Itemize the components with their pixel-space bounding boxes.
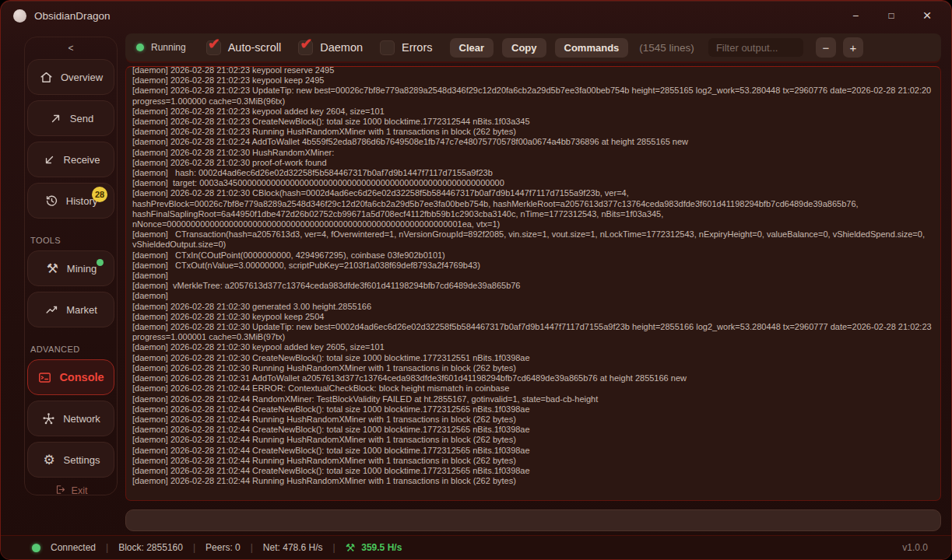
log-line: [daemon] 2026-02-28 21:02:44 Running Hus… bbox=[132, 456, 934, 466]
log-line: [daemon] 2026-02-28 21:02:44 CreateNewBl… bbox=[132, 425, 934, 435]
app-window: ObsidianDragon − □ × < OverviewSendRecei… bbox=[0, 0, 952, 560]
log-line: [daemon] target: 0003a345000000000000000… bbox=[132, 178, 934, 188]
peers-count: Peers: 0 bbox=[206, 542, 241, 553]
font-decrease-button[interactable]: − bbox=[816, 37, 836, 58]
sidebar-item-receive[interactable]: Receive bbox=[27, 142, 114, 177]
log-line: [daemon] 2026-02-28 21:02:30 keypool add… bbox=[132, 342, 934, 352]
daemon-checkbox[interactable]: ✔Daemon bbox=[298, 40, 363, 55]
exit-icon bbox=[54, 484, 66, 498]
log-line: [daemon] 2026-02-28 21:02:23 keypool res… bbox=[132, 66, 934, 75]
sidebar-item-history[interactable]: History28 bbox=[27, 183, 114, 219]
font-increase-button[interactable]: + bbox=[843, 37, 863, 58]
sidebar-item-mining[interactable]: ⚒Mining bbox=[27, 250, 114, 286]
checkbox-box: ✔ bbox=[206, 40, 221, 55]
console-panel: Running ✔Auto-scroll✔DaemonErrors ClearC… bbox=[125, 1, 941, 559]
log-line: [daemon] 2026-02-28 21:02:44 RandomXMine… bbox=[132, 394, 934, 404]
checkmark-icon: ✔ bbox=[300, 35, 312, 53]
connected-status-dot bbox=[32, 544, 40, 552]
sidebar-item-label: Network bbox=[63, 413, 100, 425]
receive-icon bbox=[42, 152, 57, 167]
market-icon bbox=[44, 303, 59, 317]
log-line: [daemon] 2026-02-28 21:02:30 generated 3… bbox=[132, 302, 934, 312]
log-line: [daemon] 2026-02-28 21:02:23 UpdateTip: … bbox=[132, 86, 934, 106]
commands-button[interactable]: Commands bbox=[555, 38, 629, 58]
sidebar-item-send[interactable]: Send bbox=[27, 100, 114, 136]
log-line: [daemon] CTransaction(hash=a2057613d3, v… bbox=[132, 229, 934, 250]
command-input[interactable] bbox=[125, 509, 941, 531]
network-icon bbox=[41, 411, 56, 426]
filter-input[interactable] bbox=[708, 38, 803, 57]
log-line: [daemon] 2026-02-28 21:02:44 Running Hus… bbox=[132, 476, 934, 486]
log-line: [daemon] CTxOut(nValue=3.00000000, scrip… bbox=[132, 261, 934, 271]
app-logo-icon bbox=[13, 9, 26, 23]
log-line: [daemon] 2026-02-28 21:02:30 keypool kee… bbox=[132, 312, 934, 322]
console-output[interactable]: [daemon] 2026-02-28 21:02:23 keypool res… bbox=[125, 66, 941, 501]
console-icon bbox=[37, 370, 52, 385]
log-line: [daemon] 2026-02-28 21:02:44 CreateNewBl… bbox=[132, 404, 934, 415]
checkbox-label: Daemon bbox=[320, 41, 363, 54]
log-line: [daemon] 2026-02-28 21:02:23 keypool kee… bbox=[132, 75, 934, 86]
mining-active-dot bbox=[97, 259, 104, 266]
statusbar: Connected | Block: 2855160 | Peers: 0 | … bbox=[1, 535, 951, 559]
toolbar-buttons: ClearCopyCommands bbox=[450, 38, 629, 58]
log-line: [daemon] 2026-02-28 21:02:44 CreateNewBl… bbox=[132, 466, 934, 476]
log-line: [daemon] 2026-02-28 21:02:23 keypool add… bbox=[132, 107, 934, 117]
block-height: Block: 2855160 bbox=[118, 542, 183, 553]
sidebar-item-console[interactable]: Console bbox=[27, 359, 114, 395]
sidebar-item-label: Console bbox=[59, 371, 104, 383]
daemon-status-label: Running bbox=[151, 42, 186, 53]
separator: | bbox=[333, 542, 335, 553]
app-title: ObsidianDragon bbox=[34, 10, 111, 22]
log-line: [daemon] 2026-02-28 21:02:30 UpdateTip: … bbox=[132, 322, 934, 342]
sidebar-item-label: Mining bbox=[67, 263, 97, 275]
log-line: [daemon] 2026-02-28 21:02:30 HushRandomX… bbox=[132, 148, 934, 158]
home-icon bbox=[39, 70, 54, 85]
auto-scroll-checkbox[interactable]: ✔Auto-scroll bbox=[206, 40, 282, 55]
sidebar-collapse-button[interactable]: < bbox=[60, 42, 81, 54]
log-line: [daemon] 2026-02-28 21:02:30 CBlock(hash… bbox=[132, 188, 934, 229]
copy-button[interactable]: Copy bbox=[502, 38, 546, 58]
log-line: [daemon] 2026-02-28 21:02:44 Running Hus… bbox=[132, 435, 934, 445]
section-label: TOOLS bbox=[30, 236, 61, 245]
checkbox-box: ✔ bbox=[298, 40, 313, 55]
log-line: [daemon] 2026-02-28 21:02:23 CreateNewBl… bbox=[132, 117, 934, 127]
checkmark-icon: ✔ bbox=[208, 35, 220, 53]
log-line: [daemon] bbox=[132, 291, 934, 301]
console-toolbar: Running ✔Auto-scroll✔DaemonErrors ClearC… bbox=[125, 33, 941, 61]
clear-button[interactable]: Clear bbox=[450, 38, 494, 58]
settings-icon: ⚙ bbox=[42, 453, 57, 467]
sidebar-item-label: Overview bbox=[61, 72, 103, 83]
sidebar-item-overview[interactable]: Overview bbox=[27, 59, 114, 95]
app-version: v1.0.0 bbox=[902, 542, 928, 553]
errors-checkbox[interactable]: Errors bbox=[380, 40, 432, 55]
log-line: [daemon] 2026-02-28 21:02:44 CreateNewBl… bbox=[132, 446, 934, 456]
checkbox-box bbox=[380, 40, 395, 55]
separator: | bbox=[106, 542, 108, 553]
sidebar: < OverviewSendReceiveHistory28TOOLS⚒Mini… bbox=[24, 37, 118, 495]
log-line: [daemon] 2026-02-28 21:02:24 AddToWallet… bbox=[132, 137, 934, 147]
log-line: [daemon] 2026-02-28 21:02:30 CreateNewBl… bbox=[132, 353, 934, 363]
sidebar-item-settings[interactable]: ⚙Settings bbox=[27, 442, 114, 478]
log-line: [daemon] vMerkleTree: a2057613d377c13764… bbox=[132, 281, 934, 291]
separator: | bbox=[193, 542, 195, 553]
sidebar-item-label: Market bbox=[66, 304, 97, 316]
log-line: [daemon] 2026-02-28 21:02:30 proof-of-wo… bbox=[132, 158, 934, 168]
sidebar-item-network[interactable]: Network bbox=[27, 401, 114, 436]
checkbox-label: Auto-scroll bbox=[228, 41, 282, 54]
log-line: [daemon] bbox=[132, 271, 934, 281]
log-line: [daemon] 2026-02-28 21:02:44 ERROR: Cont… bbox=[132, 383, 934, 394]
history-badge: 28 bbox=[92, 187, 107, 202]
mining-icon: ⚒ bbox=[45, 261, 60, 276]
pickaxe-icon: ⚒ bbox=[346, 542, 356, 553]
network-hashrate: Net: 478.6 H/s bbox=[263, 542, 323, 553]
sidebar-item-label: Send bbox=[70, 113, 93, 124]
log-line: [daemon] 2026-02-28 21:02:23 Running Hus… bbox=[132, 127, 934, 137]
sidebar-item-label: Settings bbox=[64, 454, 100, 466]
log-line: [daemon] 2026-02-28 21:02:44 Running Hus… bbox=[132, 415, 934, 425]
exit-button[interactable]: Exit bbox=[50, 483, 93, 499]
console-log-lines: [daemon] 2026-02-28 21:02:23 keypool res… bbox=[132, 66, 934, 486]
log-line: [daemon] 2026-02-28 21:02:31 AddToWallet… bbox=[132, 373, 934, 383]
sidebar-item-market[interactable]: Market bbox=[27, 292, 114, 327]
log-line: [daemon] hash: 0002d4ad6ec6d26e02d32258f… bbox=[132, 168, 934, 178]
checkbox-label: Errors bbox=[402, 41, 432, 54]
